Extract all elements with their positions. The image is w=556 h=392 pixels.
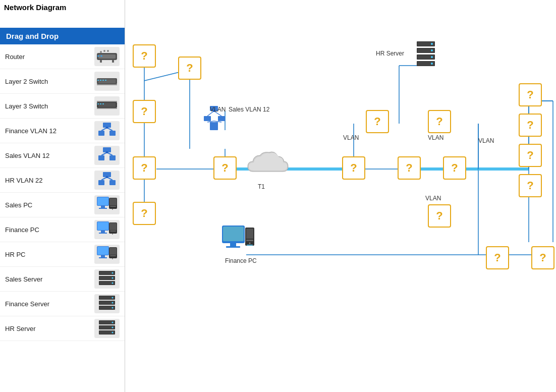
svg-point-72 — [112, 277, 114, 279]
right-branch-container: ? ? ? ? — [519, 83, 542, 197]
svg-rect-12 — [100, 80, 101, 81]
finance-vlan12-icon — [94, 121, 120, 140]
sidebar-item-finance-server[interactable]: Finance Server — [0, 292, 125, 316]
svg-rect-36 — [98, 180, 104, 185]
svg-rect-44 — [99, 208, 107, 209]
svg-rect-21 — [97, 101, 117, 102]
sales-server-icon — [94, 269, 120, 289]
svg-rect-31 — [109, 155, 116, 160]
sidebar-header: Drag and Drop — [0, 28, 125, 44]
svg-rect-152 — [246, 240, 253, 241]
question-box-b2[interactable]: ? — [531, 246, 554, 269]
svg-rect-154 — [247, 245, 253, 246]
question-box-b1[interactable]: ? — [486, 246, 509, 269]
svg-rect-8 — [100, 55, 102, 57]
svg-rect-147 — [223, 227, 244, 241]
sidebar-item-sales-pc[interactable]: Sales PC — [0, 193, 125, 217]
sidebar-item-sales-vlan12[interactable]: Sales VLAN 12 — [0, 143, 125, 168]
sidebar-item-layer3-switch[interactable]: Layer 3 Switch — [0, 94, 125, 119]
question-box-r1[interactable]: ? — [519, 83, 542, 106]
svg-rect-125 — [218, 116, 225, 121]
page-title: Network Diagram — [0, 0, 125, 14]
finance-pc-icon — [94, 220, 120, 239]
sidebar-item-hr-server[interactable]: HR Server — [0, 316, 125, 341]
svg-rect-51 — [101, 231, 105, 233]
question-box-5[interactable]: ? — [133, 202, 156, 225]
svg-rect-25 — [109, 131, 116, 136]
sidebar-item-hr-pc[interactable]: HR PC — [0, 242, 125, 267]
svg-rect-151 — [246, 229, 253, 239]
svg-point-73 — [112, 283, 114, 284]
svg-point-64 — [112, 258, 113, 259]
question-box-left-center[interactable]: ? — [213, 156, 237, 180]
question-box-1[interactable]: ? — [133, 44, 156, 68]
question-box-vlan-cl[interactable]: ? — [366, 110, 389, 133]
svg-rect-46 — [109, 198, 117, 205]
vlan-right-label: VLAN — [428, 134, 443, 141]
svg-point-82 — [112, 307, 114, 309]
svg-rect-47 — [110, 206, 116, 207]
sidebar-item-router[interactable]: Router — [0, 44, 125, 69]
svg-line-130 — [207, 121, 214, 122]
question-box-r3[interactable]: ? — [519, 144, 542, 167]
finance-server-icon — [94, 294, 120, 313]
vlan-far-right-label: VLAN — [478, 137, 494, 144]
sidebar-item-layer2-switch[interactable]: Layer 2 Switch — [0, 69, 125, 94]
svg-rect-7 — [97, 55, 99, 57]
svg-rect-18 — [97, 103, 99, 104]
svg-rect-30 — [98, 155, 104, 160]
hr-server-diagram-icon — [413, 40, 439, 68]
svg-rect-54 — [109, 223, 117, 230]
hr-server-icon — [94, 319, 120, 338]
svg-rect-20 — [102, 103, 104, 104]
svg-rect-19 — [100, 103, 101, 104]
question-box-center1[interactable]: ? — [342, 156, 365, 180]
vlan-left-label: VLAN — [210, 106, 226, 113]
svg-point-4 — [107, 50, 109, 52]
vlan-bottom-label: VLAN — [425, 195, 441, 202]
svg-rect-42 — [97, 197, 108, 205]
svg-rect-15 — [97, 84, 117, 85]
sidebar-item-finance-pc[interactable]: Finance PC — [0, 217, 125, 242]
svg-point-145 — [431, 63, 433, 65]
sidebar-item-sales-server[interactable]: Sales Server — [0, 267, 125, 292]
svg-rect-133 — [210, 125, 218, 130]
svg-point-144 — [431, 56, 433, 58]
svg-rect-6 — [112, 60, 114, 63]
svg-point-2 — [100, 51, 102, 53]
question-box-r2[interactable]: ? — [519, 114, 542, 137]
svg-point-153 — [249, 243, 251, 244]
sidebar-item-finance-vlan12[interactable]: Finance VLAN 12 — [0, 119, 125, 143]
finance-pc-diagram-icon — [221, 225, 255, 254]
question-box-4[interactable]: ? — [133, 156, 156, 180]
svg-point-90 — [112, 327, 114, 328]
svg-rect-13 — [102, 80, 104, 81]
svg-point-3 — [103, 50, 105, 52]
sidebar-item-hr-vlan22[interactable]: HR VLAN 22 — [0, 168, 125, 193]
t1-label: T1 — [258, 183, 265, 190]
svg-point-56 — [112, 234, 113, 235]
question-box-hub[interactable]: ? — [398, 156, 421, 180]
question-box-2[interactable]: ? — [178, 57, 201, 80]
svg-point-40 — [106, 176, 108, 178]
svg-rect-60 — [99, 257, 107, 258]
question-box-vlan-r[interactable]: ? — [428, 110, 451, 133]
finance-pc-label: Finance PC — [225, 257, 257, 264]
svg-rect-62 — [109, 248, 117, 255]
svg-rect-11 — [97, 80, 99, 81]
svg-point-89 — [112, 322, 114, 323]
question-box-3[interactable]: ? — [133, 100, 156, 123]
hr-vlan22-icon — [94, 171, 120, 190]
svg-rect-24 — [98, 131, 104, 136]
question-box-right-hub[interactable]: ? — [443, 156, 466, 180]
svg-rect-55 — [110, 231, 116, 232]
svg-point-143 — [431, 49, 433, 51]
svg-point-71 — [112, 272, 114, 274]
svg-rect-22 — [97, 108, 117, 109]
question-box-vlan-b[interactable]: ? — [428, 204, 451, 228]
vlan-center-left-label: VLAN — [343, 134, 359, 141]
question-box-r4[interactable]: ? — [519, 174, 542, 197]
network-diagram: ? ? ? ? ? VLAN Sales VLAN 12 ? T1 ? VLAN — [125, 0, 556, 392]
sales-vlan12-icon — [94, 146, 120, 165]
svg-rect-124 — [204, 116, 211, 121]
